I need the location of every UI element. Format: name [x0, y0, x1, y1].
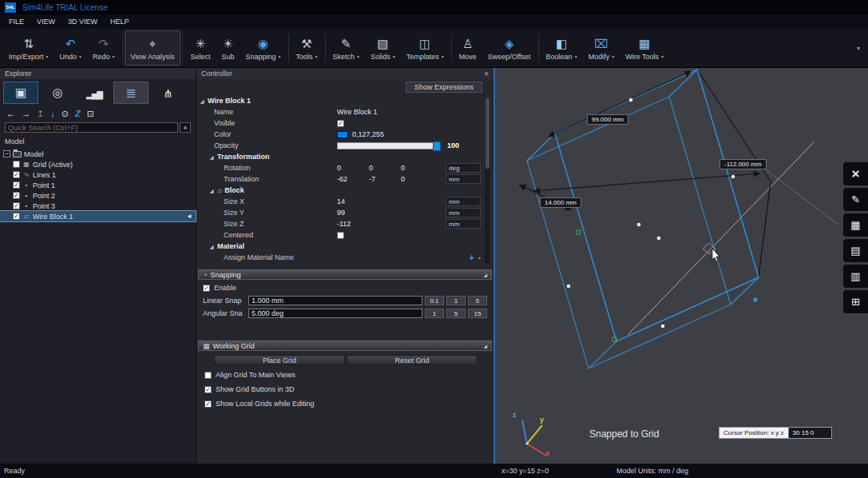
- cursor-position-value[interactable]: 30 15 0: [789, 427, 832, 439]
- linear-preset-5-button[interactable]: 5: [468, 296, 487, 305]
- tree-row-point-1[interactable]: ✓ Point 1: [0, 180, 196, 190]
- rotation-y[interactable]: 0: [369, 164, 401, 172]
- down-arrow-icon[interactable]: [50, 109, 55, 118]
- scrollbar[interactable]: [484, 97, 491, 265]
- centered-checkbox[interactable]: [337, 232, 344, 239]
- ribbon-snapping[interactable]: Snapping▾: [240, 30, 287, 66]
- group-wire-block-1[interactable]: ◢ Wire Block 1: [196, 95, 493, 106]
- show-local-grids-option[interactable]: ✓ Show Local Grids while Editing: [196, 396, 493, 410]
- linear-snap-input[interactable]: [248, 296, 422, 305]
- clear-search-button[interactable]: [180, 122, 191, 133]
- viewport-3d[interactable]: 99.000 mm -112.000 mm 14.000 mm z y x Sn…: [495, 68, 868, 464]
- prop-row-size-z[interactable]: Size Z -112 mm: [196, 218, 493, 229]
- visibility-checkbox[interactable]: ✓: [13, 202, 20, 209]
- slider-handle[interactable]: [433, 141, 441, 151]
- back-arrow-icon[interactable]: [6, 109, 15, 118]
- menu-file[interactable]: FILE: [3, 16, 30, 27]
- analysis-view-button[interactable]: [77, 82, 112, 104]
- prop-row-size-y[interactable]: Size Y 99 mm: [196, 207, 493, 218]
- simulation-view-button[interactable]: [40, 82, 75, 104]
- translation-x[interactable]: -62: [337, 175, 369, 183]
- size-x-value[interactable]: 14: [337, 197, 369, 205]
- pipeline-view-button[interactable]: [150, 82, 185, 104]
- grid-button-1[interactable]: [843, 213, 868, 237]
- close-button[interactable]: [843, 162, 868, 185]
- show-expressions-button[interactable]: Show Expressions: [406, 82, 482, 93]
- menu-view[interactable]: VIEW: [31, 16, 61, 27]
- ribbon-undo[interactable]: Undo▾: [54, 30, 88, 66]
- add-material-button[interactable]: [470, 253, 474, 262]
- rotation-z[interactable]: 0: [401, 164, 433, 172]
- grid-button-3[interactable]: [843, 265, 868, 288]
- tree-row-point-3[interactable]: ✓ Point 3: [0, 201, 196, 211]
- name-value[interactable]: Wire Block 1: [337, 108, 378, 116]
- show-grid-buttons-option[interactable]: ✓ Show Grid Buttons in 3D: [196, 381, 493, 396]
- visible-checkbox[interactable]: ✓: [337, 120, 344, 127]
- prop-row-visible[interactable]: Visible ✓: [196, 118, 493, 129]
- linear-preset-1-button[interactable]: 1: [446, 296, 466, 305]
- prop-row-name[interactable]: Name Wire Block 1: [196, 106, 493, 118]
- ribbon-redo[interactable]: Redo▾: [87, 30, 121, 66]
- linear-preset-0.1-button[interactable]: 0.1: [425, 296, 444, 305]
- ribbon-tools[interactable]: Tools▾: [291, 30, 323, 66]
- align-grid-option[interactable]: Align Grid To Main Views: [196, 367, 493, 381]
- size-y-value[interactable]: 99: [337, 209, 369, 217]
- model-view-button[interactable]: [3, 82, 38, 104]
- place-grid-button[interactable]: Place Grid: [214, 355, 345, 365]
- ribbon-modify[interactable]: Modify▾: [583, 30, 620, 66]
- rotation-x[interactable]: 0: [337, 164, 369, 172]
- grid-button-4[interactable]: [843, 290, 868, 313]
- tree-row-lines-1[interactable]: ✓ Lines 1: [0, 169, 196, 180]
- size-y-unit-select[interactable]: mm: [446, 208, 481, 217]
- collapse-expander-icon[interactable]: [3, 150, 10, 157]
- prop-row-size-x[interactable]: Size X 14 mm: [196, 196, 493, 207]
- tree-row-model[interactable]: Model: [0, 149, 196, 159]
- show-grid-buttons-checkbox[interactable]: ✓: [204, 386, 212, 393]
- menu-3d-view[interactable]: 3D VIEW: [62, 16, 103, 27]
- color-swatch[interactable]: [337, 131, 348, 138]
- ribbon-sweep-offset[interactable]: Sweep/Offset: [482, 30, 537, 66]
- angular-preset-15-button[interactable]: 15: [468, 309, 487, 318]
- align-grid-checkbox[interactable]: [204, 372, 212, 379]
- reset-grid-button[interactable]: Reset Grid: [347, 355, 478, 365]
- forward-arrow-icon[interactable]: [22, 109, 30, 118]
- folder-up-icon[interactable]: [37, 109, 44, 119]
- ribbon-sub[interactable]: Sub: [216, 30, 240, 66]
- scrollbar-thumb[interactable]: [486, 98, 489, 169]
- working-grid-section-header[interactable]: Working Grid: [198, 341, 492, 351]
- ribbon-solids[interactable]: Solids▾: [365, 30, 401, 66]
- tree-row-point-2[interactable]: ✓ Point 2: [0, 190, 196, 201]
- prop-row-color[interactable]: Color 0,127,255: [196, 129, 493, 140]
- ribbon-templates[interactable]: Templates▾: [401, 30, 450, 66]
- prop-row-opacity[interactable]: Opacity 100: [196, 140, 493, 151]
- checkbox-icon[interactable]: [87, 109, 94, 119]
- tree-row-wire-block-1[interactable]: ✓ Wire Block 1: [0, 211, 196, 221]
- ribbon-overflow-button[interactable]: ▾: [852, 30, 865, 66]
- visibility-checkbox[interactable]: ✓: [13, 181, 20, 189]
- size-x-unit-select[interactable]: mm: [446, 197, 481, 206]
- size-z-unit-select[interactable]: mm: [446, 219, 481, 229]
- group-block[interactable]: ◢ Block: [196, 185, 493, 196]
- snapping-enable-row[interactable]: ✓ Enable: [196, 280, 493, 294]
- translation-y[interactable]: -7: [369, 175, 401, 183]
- prop-row-translation[interactable]: Translation -62 -7 0 mm: [196, 173, 493, 185]
- visibility-checkbox[interactable]: ✓: [13, 192, 20, 199]
- zoom-z-icon[interactable]: [75, 109, 81, 118]
- angular-preset-5-button[interactable]: 5: [446, 309, 466, 318]
- size-z-value[interactable]: -112: [337, 220, 369, 228]
- ribbon-wire-tools[interactable]: Wire Tools▾: [620, 30, 669, 66]
- group-transformation[interactable]: ◢ Transformation: [196, 151, 493, 162]
- ribbon-select[interactable]: Select: [184, 30, 216, 66]
- color-value[interactable]: 0,127,255: [352, 130, 384, 138]
- ribbon-move[interactable]: Move: [454, 30, 482, 66]
- enable-checkbox[interactable]: ✓: [203, 285, 210, 292]
- angular-snap-input[interactable]: [248, 309, 422, 318]
- rotation-unit-select[interactable]: deg: [446, 163, 481, 173]
- ribbon-imp-export[interactable]: Imp/Export▾: [3, 30, 54, 66]
- chevron-down-icon[interactable]: [478, 255, 481, 261]
- group-material[interactable]: ◢ Material: [196, 241, 493, 252]
- visibility-checkbox[interactable]: ✓: [13, 171, 20, 178]
- visibility-checkbox[interactable]: ✓: [13, 213, 20, 220]
- angular-preset-1-button[interactable]: 1: [425, 309, 444, 318]
- snapping-section-header[interactable]: Snapping: [198, 269, 492, 280]
